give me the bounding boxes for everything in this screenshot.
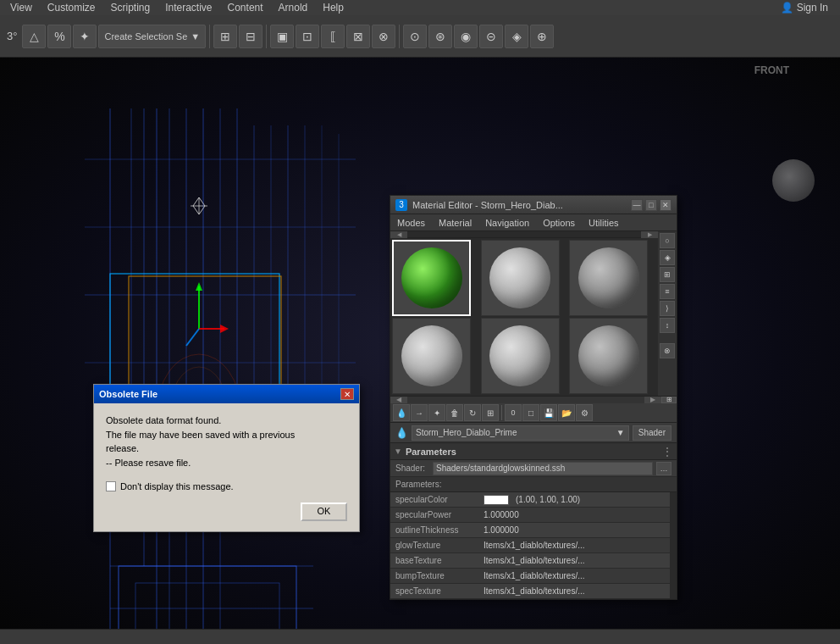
dialog-close-button[interactable]: ✕ — [340, 388, 354, 400]
mat-tool-refresh[interactable]: ↻ — [464, 404, 481, 421]
scroll-bottom-left[interactable]: ◀ — [390, 397, 407, 403]
mat-menu-utilities[interactable]: Utilities — [582, 214, 625, 230]
toolbar-icon-1[interactable]: ⊞ — [213, 25, 237, 48]
params-sub-label: Parameters: — [395, 480, 441, 489]
dialog-body: Obsolete data format found. The file may… — [94, 403, 359, 531]
material-sphere-dark-1 — [578, 247, 639, 308]
titlebar-buttons: — □ ✕ — [631, 199, 671, 211]
dialog-titlebar: Obsolete File ✕ — [94, 385, 359, 403]
param-value-specTexture: Items/x1_diablo/textures/... — [484, 586, 671, 596]
menu-content[interactable]: Content — [221, 0, 270, 15]
obsolete-file-dialog: Obsolete File ✕ Obsolete data format fou… — [93, 384, 360, 532]
mat-menu-navigation[interactable]: Navigation — [478, 214, 536, 230]
material-slot-4[interactable] — [392, 318, 471, 394]
material-side-icons: ○ ◈ ⊞ ≡ ⟩ ↕ ⊗ — [658, 231, 677, 396]
side-icon-5[interactable]: ⟩ — [660, 301, 675, 316]
mat-tool-box[interactable]: □ — [522, 404, 539, 421]
mat-tool-save[interactable]: 💾 — [540, 404, 557, 421]
scroll-left-arrow[interactable]: ◀ — [390, 231, 407, 238]
mat-tool-copy[interactable]: ⊞ — [482, 404, 499, 421]
param-value-specularColor: (1.00, 1.00, 1.00) — [516, 495, 671, 504]
scroll-right-arrow[interactable]: ▶ — [641, 231, 658, 238]
viewport-label: FRONT — [754, 64, 789, 76]
mat-tool-delete[interactable]: 🗑 — [446, 404, 463, 421]
shader-field-row: Shader: Shaders/standardglowskinned.ssh … — [390, 460, 677, 477]
side-icon-2[interactable]: ◈ — [660, 250, 675, 265]
side-icon-6[interactable]: ↕ — [660, 318, 675, 333]
toolbar-icon-pivot[interactable]: △ — [22, 25, 46, 48]
material-slot-2[interactable] — [481, 240, 560, 316]
shader-name-dropdown[interactable]: Storm_Hero_Diablo_Prime ▼ — [412, 425, 629, 441]
param-value-baseTexture: Items/x1_diablo/textures/... — [484, 556, 671, 565]
material-sphere-gray-1 — [489, 247, 550, 308]
maximize-button[interactable]: □ — [645, 199, 657, 211]
menu-customize[interactable]: Customize — [41, 0, 102, 15]
toolbar-icon-5[interactable]: ⟦ — [321, 25, 345, 48]
mat-tool-load[interactable]: 📂 — [558, 404, 575, 421]
shader-path-input[interactable]: Shaders/standardglowskinned.ssh — [433, 462, 653, 475]
material-slot-1[interactable] — [392, 240, 471, 316]
dialog-line-2: The file may have been saved with a prev… — [106, 428, 347, 442]
material-slot-6[interactable] — [569, 318, 648, 394]
menu-arnold[interactable]: Arnold — [272, 0, 315, 15]
params-collapse-icon[interactable]: ▼ — [394, 447, 402, 456]
toolbar-icon-11[interactable]: ⊝ — [479, 25, 503, 48]
scroll-bottom-track[interactable] — [407, 397, 644, 403]
sign-in-button[interactable]: 👤 Sign In — [772, 0, 837, 15]
toolbar-icon-7[interactable]: ⊗ — [372, 25, 395, 48]
toolbar-icon-star[interactable]: ✦ — [73, 25, 97, 48]
param-name-bumpTexture: bumpTexture — [395, 571, 480, 580]
mat-menu-modes[interactable]: Modes — [390, 214, 432, 230]
material-shader-row: 💧 Storm_Hero_Diablo_Prime ▼ Shader — [390, 423, 677, 443]
material-slot-3[interactable] — [569, 240, 648, 316]
side-icon-3[interactable]: ⊞ — [660, 267, 675, 282]
dialog-line-3: release. — [106, 441, 347, 456]
mat-tool-options[interactable]: ⚙ — [576, 404, 593, 421]
minimize-button[interactable]: — — [631, 199, 643, 211]
mat-tool-assign[interactable]: → — [411, 404, 428, 421]
menu-interactive[interactable]: Interactive — [158, 0, 218, 15]
toolbar-icon-3[interactable]: ▣ — [270, 25, 294, 48]
mat-tool-num[interactable]: 0 — [505, 404, 522, 421]
side-icon-7[interactable]: ⊗ — [660, 343, 675, 358]
menu-view[interactable]: View — [3, 0, 39, 15]
mat-tool-dropper[interactable]: 💧 — [393, 404, 410, 421]
toolbar-icon-6[interactable]: ⊠ — [346, 25, 370, 48]
toolbar-selection-set[interactable]: Create Selection Se ▼ — [98, 25, 206, 48]
toolbar-icon-13[interactable]: ⊕ — [530, 25, 554, 48]
dialog-ok-button[interactable]: OK — [301, 502, 347, 521]
parameters-more-icon[interactable]: ⋮ — [661, 445, 673, 458]
side-icon-1[interactable]: ○ — [660, 233, 675, 248]
menu-scripting[interactable]: Scripting — [103, 0, 157, 15]
dropdown-icon: ▼ — [191, 31, 200, 42]
menu-help[interactable]: Help — [316, 0, 351, 15]
mat-tool-pick[interactable]: ✦ — [428, 404, 445, 421]
mat-menu-options[interactable]: Options — [536, 214, 582, 230]
mat-menu-material[interactable]: Material — [432, 214, 478, 230]
toolbar-icon-2[interactable]: ⊟ — [239, 25, 262, 48]
parameters-header: ▼ Parameters ⋮ — [390, 443, 677, 460]
shader-dropper-icon[interactable]: 💧 — [395, 427, 408, 439]
dialog-checkbox-row: Don't display this message. — [106, 480, 347, 494]
toolbar-icon-12[interactable]: ◈ — [505, 25, 528, 48]
dialog-checkbox[interactable] — [106, 481, 116, 491]
close-button[interactable]: ✕ — [660, 199, 671, 211]
material-parameters: ▼ Parameters ⋮ Shader: Shaders/standardg… — [390, 443, 677, 599]
material-slot-5[interactable] — [481, 318, 560, 394]
shader-button[interactable]: Shader — [633, 425, 671, 441]
dialog-message: Obsolete data format found. The file may… — [106, 414, 347, 469]
dropdown-arrow-icon: ▼ — [616, 428, 625, 437]
toolbar-icon-9[interactable]: ⊛ — [428, 25, 452, 48]
param-swatch-specularColor[interactable] — [484, 495, 509, 505]
shader-browse-button[interactable]: … — [656, 462, 671, 475]
toolbar-icon-8[interactable]: ⊙ — [403, 25, 427, 48]
toolbar-icon-10[interactable]: ◉ — [454, 25, 478, 48]
scroll-bar[interactable] — [670, 492, 677, 599]
scroll-bottom-right[interactable]: ▶ — [644, 397, 661, 403]
material-sphere-gray-2 — [401, 325, 462, 386]
toolbar-sep-1 — [209, 25, 210, 48]
toolbar-icon-percent[interactable]: % — [47, 25, 71, 48]
side-icon-4[interactable]: ≡ — [660, 284, 675, 299]
toolbar-icon-4[interactable]: ⊡ — [296, 25, 319, 48]
param-row-bumpTexture: bumpTexture Items/x1_diablo/textures/... — [390, 569, 677, 584]
